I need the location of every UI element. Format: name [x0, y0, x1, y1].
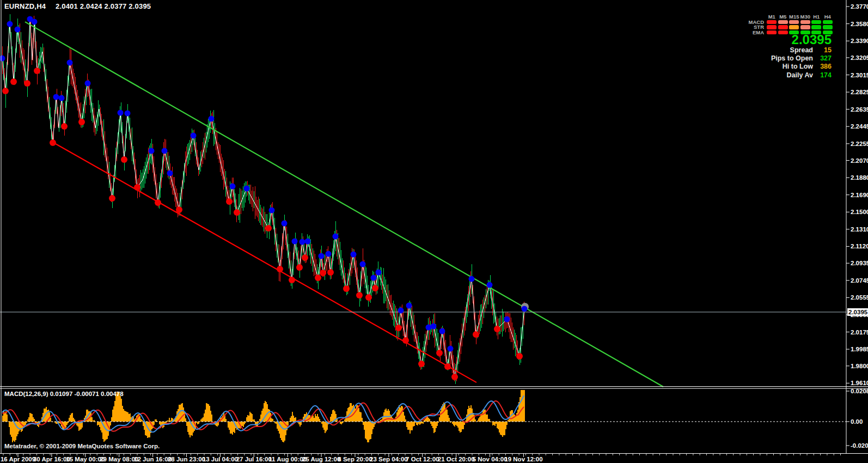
macd-histogram-bar: [283, 422, 284, 442]
macd-histogram-bar: [129, 414, 130, 422]
macd-histogram-bar: [121, 399, 122, 422]
macd-histogram-bar: [388, 409, 389, 422]
peak-dot: [7, 21, 13, 27]
mt4-chart-window: 2.37702.35802.33902.32052.30152.28252.26…: [0, 0, 868, 463]
candle: [243, 186, 243, 211]
price-tick-label: 2.2255: [851, 141, 868, 147]
macd-histogram-bar: [209, 406, 210, 422]
time-axis-label: 12 Jun 16:00: [134, 456, 172, 462]
macd-histogram-bar: [516, 413, 517, 422]
trough-dot: [372, 285, 378, 291]
candle: [500, 315, 500, 334]
candle: [391, 295, 392, 316]
tf-column-header: M30: [800, 14, 811, 20]
time-axis[interactable]: 16 Apr 200930 Apr 16:0015 May 00:0029 Ma…: [1, 454, 841, 462]
candle: [190, 140, 190, 160]
macd-axis-label: 0.00: [851, 418, 863, 425]
time-axis-label: 29 May 08:00: [100, 456, 138, 462]
macd-histogram-bar: [299, 422, 301, 427]
price-tick-label: 2.2445: [851, 123, 868, 130]
macd-histogram-bar: [491, 422, 492, 422]
macd-indicator-label: MACD(12,26,9) 0.01097 -0.00071 0.00478: [4, 391, 124, 397]
price-axis[interactable]: 2.37702.35802.33902.32052.30152.28252.26…: [846, 3, 868, 386]
trough-dot: [24, 80, 30, 87]
peak-dot: [167, 170, 173, 176]
price-chart-canvas[interactable]: 2.37702.35802.33902.32052.30152.28252.26…: [0, 0, 868, 463]
candle: [501, 315, 502, 332]
price-tick-label: 1.9610: [851, 380, 868, 386]
trough-dot: [176, 206, 182, 213]
stats-list: Spread15Pips to Open327Hi to Low386Daily…: [771, 46, 832, 80]
trough-dot: [451, 374, 458, 380]
macd-histogram-bar: [514, 415, 515, 422]
macd-histogram-bar: [503, 422, 504, 435]
macd-histogram-bar: [448, 415, 449, 422]
tf-column-header: H1: [811, 14, 822, 20]
macd-histogram-bar: [506, 422, 508, 425]
macd-histogram-bar: [74, 419, 75, 422]
macd-histogram-bar: [206, 403, 207, 422]
peak-dot: [487, 282, 493, 288]
macd-histogram-bar: [358, 408, 359, 422]
macd-histogram-bar: [154, 422, 155, 425]
macd-histogram-bar: [111, 417, 112, 422]
macd-histogram-bar: [259, 419, 260, 422]
macd-histogram-bar: [7, 415, 8, 422]
macd-histogram-bar: [319, 419, 320, 422]
macd-histogram-bar: [406, 422, 407, 427]
price-tick-label: 1.9985: [851, 346, 868, 352]
macd-histogram-bar: [156, 419, 157, 422]
macd-histogram-bar: [344, 419, 345, 422]
macd-histogram-bar: [112, 410, 113, 422]
macd-histogram-bar: [280, 422, 281, 438]
macd-histogram-bar: [508, 420, 509, 422]
macd-histogram-bar: [248, 416, 249, 422]
trough-dot: [343, 285, 350, 292]
candle: [253, 187, 253, 211]
macd-histogram-bar: [432, 422, 433, 428]
macd-histogram-bar: [168, 421, 169, 422]
macd-histogram-bar: [366, 422, 367, 440]
macd-histogram-bar: [142, 420, 143, 422]
trough-dot: [61, 123, 68, 130]
trendline-upper-channel[interactable]: [25, 22, 663, 387]
macd-histogram-bar: [125, 411, 126, 422]
macd-histogram-bar: [482, 410, 484, 422]
macd-histogram-bar: [455, 422, 456, 425]
stat-row: Pips to Open327: [771, 54, 832, 62]
peak-dot: [371, 275, 377, 281]
peak-dot: [59, 95, 65, 101]
macd-histogram-bar: [322, 422, 323, 428]
signal-cell-green: [823, 20, 833, 25]
time-axis-label: 19 Nov 12:00: [504, 456, 542, 462]
candle: [288, 234, 288, 258]
macd-histogram-bar: [340, 422, 341, 424]
macd-histogram-bar: [431, 422, 432, 426]
macd-histogram-bar: [69, 418, 70, 422]
macd-histogram-bar: [468, 406, 469, 422]
signal-cell-red: [767, 25, 777, 29]
macd-histogram-bar: [332, 410, 333, 422]
macd-histogram-bar: [459, 422, 460, 431]
macd-histogram-bar: [326, 422, 327, 431]
macd-histogram-bar: [430, 422, 431, 424]
macd-histogram-bar: [519, 397, 521, 422]
candle: [75, 77, 76, 100]
macd-histogram-bar: [524, 390, 525, 422]
peak-dot: [191, 133, 197, 139]
macd-histogram-bar: [522, 390, 523, 422]
macd-histogram-bar: [411, 422, 412, 430]
candle: [144, 166, 144, 188]
tf-column-header: H4: [822, 14, 834, 20]
trough-dot: [289, 277, 295, 283]
macd-histogram-bar: [110, 422, 111, 425]
trendline-lower-channel[interactable]: [52, 142, 476, 382]
stat-value: 15: [813, 46, 832, 54]
peak-dot: [85, 80, 91, 86]
macd-histogram-bar: [139, 416, 140, 422]
peak-dot: [319, 253, 325, 259]
macd-histogram-bar: [187, 422, 188, 432]
macd-histogram-bar: [73, 418, 74, 422]
macd-histogram-bar: [231, 422, 232, 434]
macd-histogram-bar: [488, 419, 489, 422]
